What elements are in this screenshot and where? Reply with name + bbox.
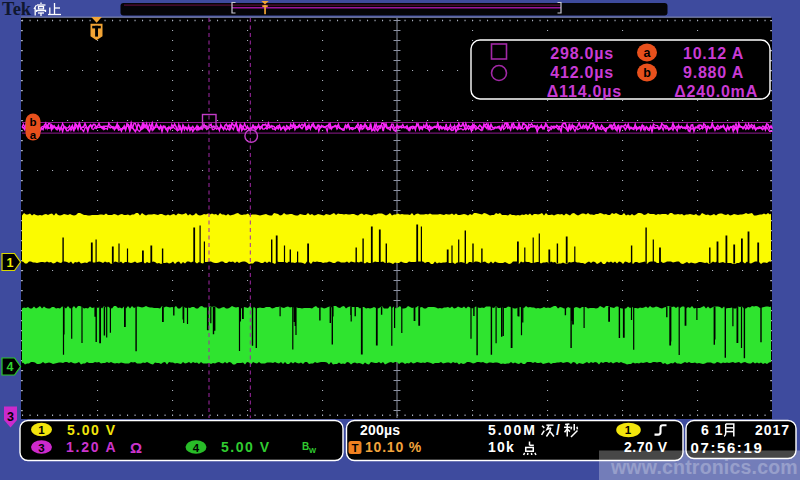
svg-text:4: 4 <box>7 360 14 374</box>
svg-text:1: 1 <box>625 424 632 436</box>
svg-text:10k: 10k <box>488 439 515 455</box>
svg-text:200µs: 200µs <box>360 422 400 438</box>
svg-text:5.00M: 5.00M <box>488 422 537 438</box>
svg-text:9.880 A: 9.880 A <box>683 64 744 81</box>
svg-text:6 1: 6 1 <box>701 422 723 438</box>
svg-text:3: 3 <box>38 442 44 454</box>
svg-text:5.00 V: 5.00 V <box>221 439 270 455</box>
svg-text:b: b <box>643 66 651 80</box>
svg-text:10.12 A: 10.12 A <box>683 45 744 62</box>
svg-text:1.20 A: 1.20 A <box>66 439 118 455</box>
svg-text:a: a <box>30 129 37 141</box>
svg-text:www.cntronics.com: www.cntronics.com <box>610 456 798 478</box>
svg-text:5.00 V: 5.00 V <box>67 422 116 438</box>
svg-text:W: W <box>309 446 317 455</box>
svg-text:a: a <box>644 46 652 60</box>
svg-text:1: 1 <box>38 424 45 436</box>
svg-text:T: T <box>351 442 358 454</box>
svg-text:Δ240.0mA: Δ240.0mA <box>674 83 758 100</box>
svg-text:1: 1 <box>7 256 14 270</box>
svg-text:Tek: Tek <box>2 0 32 19</box>
svg-text:Δ114.0µs: Δ114.0µs <box>547 83 622 100</box>
svg-text:b: b <box>29 116 36 128</box>
svg-text:4: 4 <box>193 442 200 454</box>
svg-text:10.10 %: 10.10 % <box>365 439 422 455</box>
svg-text:412.0µs: 412.0µs <box>550 64 614 81</box>
svg-text:Ω: Ω <box>130 439 142 456</box>
svg-text:3: 3 <box>7 410 14 424</box>
svg-text:298.0µs: 298.0µs <box>550 45 614 62</box>
svg-text:/: / <box>556 422 561 438</box>
svg-text:2017: 2017 <box>755 422 790 438</box>
